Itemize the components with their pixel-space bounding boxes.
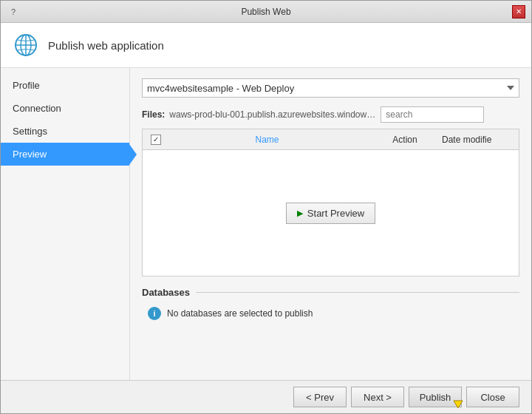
table-header: Name Action Date modifie xyxy=(143,129,519,150)
databases-title: Databases xyxy=(142,287,190,298)
databases-info-text: No databases are selected to publish xyxy=(167,308,313,319)
info-icon: i xyxy=(148,307,161,320)
close-button[interactable]: Close xyxy=(466,387,519,407)
table-action-header: Action xyxy=(368,135,442,145)
main-content: mvc4websitesample - Web Deploy Files: wa… xyxy=(130,68,531,380)
databases-info: i No databases are selected to publish xyxy=(142,304,519,323)
sidebar: Profile Connection Settings Preview xyxy=(1,68,130,380)
dialog-header: Publish web application xyxy=(1,23,531,68)
table-check-header xyxy=(146,135,166,145)
start-preview-button[interactable]: ▶ Start Preview xyxy=(286,203,375,224)
next-button[interactable]: Next > xyxy=(351,387,404,407)
files-path: waws-prod-blu-001.publish.azurewebsites.… xyxy=(169,109,376,120)
titlebar-controls: ✕ xyxy=(512,5,525,18)
footer: < Prev Next > Publish Close xyxy=(1,380,531,413)
profile-select[interactable]: mvc4websitesample - Web Deploy xyxy=(142,78,519,98)
databases-section: Databases i No databases are selected to… xyxy=(142,287,519,323)
files-row: Files: waws-prod-blu-001.publish.azurewe… xyxy=(142,106,519,123)
databases-divider xyxy=(196,292,519,293)
titlebar: ? Publish Web ✕ xyxy=(1,1,531,23)
sidebar-item-profile[interactable]: Profile xyxy=(1,74,129,97)
help-icon[interactable]: ? xyxy=(7,5,20,18)
prev-button[interactable]: < Prev xyxy=(293,387,347,407)
profile-row: mvc4websitesample - Web Deploy xyxy=(142,78,519,98)
table-name-header: Name xyxy=(166,135,368,145)
publish-button[interactable]: Publish xyxy=(409,387,462,407)
sidebar-item-connection[interactable]: Connection xyxy=(1,97,129,120)
sidebar-item-settings[interactable]: Settings xyxy=(1,120,129,143)
sidebar-item-preview[interactable]: Preview xyxy=(1,143,129,166)
select-all-checkbox[interactable] xyxy=(151,135,161,145)
publish-web-dialog: ? Publish Web ✕ Publish web application … xyxy=(0,0,532,414)
globe-icon xyxy=(13,32,39,58)
dialog-title: Publish Web xyxy=(20,7,512,17)
search-input[interactable] xyxy=(381,106,484,123)
content-area: Profile Connection Settings Preview mvc4… xyxy=(1,68,531,380)
files-label: Files: xyxy=(142,109,165,120)
preview-table: Name Action Date modifie ▶ Start Preview xyxy=(142,129,519,276)
header-title: Publish web application xyxy=(48,39,164,52)
databases-header: Databases xyxy=(142,287,519,298)
table-body: ▶ Start Preview xyxy=(143,150,519,276)
close-window-button[interactable]: ✕ xyxy=(512,5,525,18)
table-date-header: Date modifie xyxy=(442,135,516,145)
play-icon: ▶ xyxy=(297,208,303,218)
